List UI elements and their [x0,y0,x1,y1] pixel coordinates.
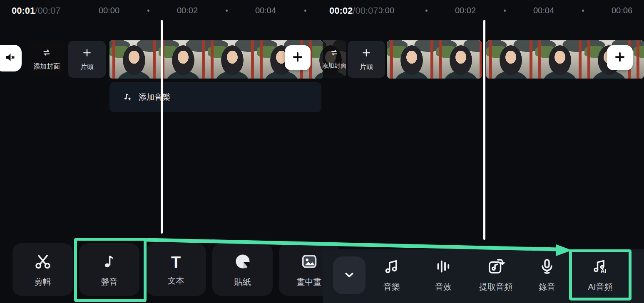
ruler-tick-label: 00:06 [612,6,632,15]
ruler-tick-label: 00:04 [255,6,276,15]
playback-time-left: 00:01/00:07 [12,5,62,17]
toolbar-edit-button[interactable]: 剪輯 [12,243,73,296]
highlight-box-ai-audio [569,249,632,301]
intro-label: 片頭 [360,63,373,71]
chevron-down-icon [342,268,356,283]
playhead-right[interactable] [483,20,485,240]
video-frame-thumbnail [436,40,482,79]
toolbar-label: 畫中畫 [297,276,322,288]
intro-label: 片頭 [80,63,94,71]
toolbar-sound-effects-button[interactable]: 音效 [418,257,468,293]
extract-audio-icon [486,257,505,278]
add-clip-button[interactable] [285,45,311,70]
add-music-track-row[interactable]: 添加音樂 [109,82,321,112]
ruler-dot [304,10,306,12]
toolbar-text-button[interactable]: T 文本 [146,243,206,296]
add-cover-button-partial[interactable]: 添加封面 [323,40,346,78]
toolbar-label: 音樂 [383,281,400,293]
add-cover-label: 添加封面 [323,62,346,70]
video-frame-thumbnail [159,40,208,79]
speaker-icon [0,51,17,65]
text-icon: T [171,253,181,271]
plus-icon [614,51,626,65]
music-notes-icon [382,257,401,278]
ruler-tick-label: 00:02 [177,6,198,15]
video-frame-thumbnail [109,40,159,79]
toolbar-label: 貼紙 [234,276,251,288]
ruler-tick-label: 00:00 [99,6,119,15]
add-intro-button[interactable]: 片頭 [348,41,385,78]
add-cover-label: 添加封面 [33,62,60,71]
picture-in-picture-icon [300,252,319,273]
add-clip-button[interactable] [607,45,633,70]
toolbar-label: 剪輯 [35,276,51,288]
plus-icon [361,47,372,60]
music-note-plus-icon [122,91,133,103]
sound-wave-icon [434,257,453,278]
toolbar-label: 文本 [168,275,184,286]
ruler-dot [582,10,584,12]
ruler-dot [504,10,506,12]
ruler-dot [425,10,428,12]
toolbar-label: 提取音頻 [479,281,512,293]
ruler-dot [226,10,228,12]
video-frame-thumbnail [535,40,584,79]
swap-icon [42,48,52,59]
playback-time-right: 00:02/00:07 [329,5,379,17]
plus-icon [291,51,304,65]
toolbar-music-button[interactable]: 音樂 [367,257,417,293]
collapse-panel-button[interactable] [333,256,366,294]
mute-toggle-button[interactable] [0,45,22,71]
highlight-box-audio [74,238,147,302]
toolbar-record-button[interactable]: 錄音 [522,257,572,293]
video-editor-tutorial-screenshot: 00:01/00:07 00:00 00:02 00:04 添加封面 片頭 [0,0,644,303]
plus-icon [82,47,92,60]
toolbar-label: 音效 [435,281,452,293]
sticker-icon [233,252,252,273]
current-time: 00:02 [329,5,353,16]
total-time: /00:07 [35,5,60,16]
add-music-label: 添加音樂 [139,92,170,103]
ruler-tick-label: 00:04 [533,6,554,15]
video-frame-thumbnail [486,40,535,79]
microphone-icon [537,257,557,278]
toolbar-sticker-button[interactable]: 貼紙 [212,243,273,296]
toolbar-label: 錄音 [539,281,555,293]
scissors-icon [33,252,52,273]
toolbar-extract-audio-button[interactable]: 提取音頻 [471,257,521,293]
video-frame-thumbnail [634,40,644,79]
ruler-tick-label: 00:02 [455,6,476,15]
video-frame-thumbnail [387,40,436,79]
add-cover-button[interactable]: 添加封面 [28,42,65,77]
current-time: 00:01 [12,5,35,16]
ruler-dot [147,10,149,12]
total-time: /00:07 [353,5,378,16]
video-frame-thumbnail [208,40,257,79]
playhead-left[interactable] [161,20,163,234]
swap-icon [330,48,339,59]
add-intro-button[interactable]: 片頭 [68,41,106,78]
video-clip-track[interactable] [387,40,482,79]
